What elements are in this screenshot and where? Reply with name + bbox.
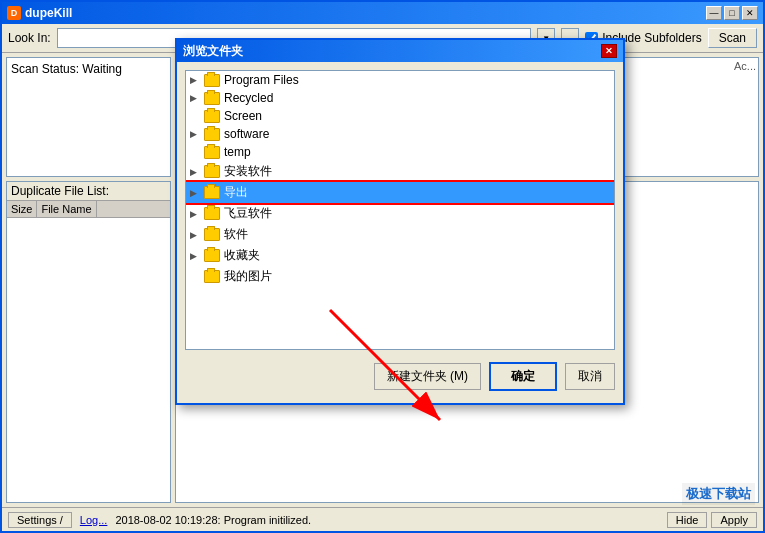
tree-item-label: 收藏夹: [224, 247, 260, 264]
ok-button[interactable]: 确定: [489, 362, 557, 391]
tree-item[interactable]: 我的图片: [186, 266, 614, 287]
dialog-title-text: 浏览文件夹: [183, 43, 243, 60]
browse-folder-dialog: 浏览文件夹 ✕ ▶Program Files▶RecycledScreen▶so…: [175, 38, 625, 405]
tree-item-label: Screen: [224, 109, 262, 123]
expand-icon: ▶: [190, 251, 204, 261]
hide-button[interactable]: Hide: [667, 512, 708, 528]
tree-item[interactable]: ▶Program Files: [186, 71, 614, 89]
tree-item-label: temp: [224, 145, 251, 159]
col-size: Size: [7, 201, 37, 217]
dialog-title-bar: 浏览文件夹 ✕: [177, 40, 623, 62]
tree-item[interactable]: ▶Recycled: [186, 89, 614, 107]
expand-icon: ▶: [190, 129, 204, 139]
folder-icon: [204, 207, 220, 220]
dialog-content: ▶Program Files▶RecycledScreen▶softwarete…: [177, 62, 623, 403]
title-bar-left: D dupeKill: [7, 6, 72, 20]
tree-item-label: software: [224, 127, 269, 141]
folder-icon: [204, 270, 220, 283]
app-title: dupeKill: [25, 6, 72, 20]
apply-button[interactable]: Apply: [711, 512, 757, 528]
maximize-button[interactable]: □: [724, 6, 740, 20]
tree-item[interactable]: ▶软件: [186, 224, 614, 245]
status-bar: Settings / Log... 2018-08-02 10:19:28: P…: [2, 507, 763, 531]
dialog-buttons: 新建文件夹 (M) 确定 取消: [185, 358, 615, 395]
status-box: Scan Status: Waiting: [6, 57, 171, 177]
tree-item-label: Program Files: [224, 73, 299, 87]
folder-icon: [204, 110, 220, 123]
tree-item-label: 软件: [224, 226, 248, 243]
expand-icon: ▶: [190, 209, 204, 219]
folder-icon: [204, 74, 220, 87]
folder-icon: [204, 146, 220, 159]
watermark: 极速下载站: [682, 483, 755, 505]
folder-icon: [204, 186, 220, 199]
folder-icon: [204, 92, 220, 105]
scan-status-label: Scan Status: Waiting: [11, 62, 166, 76]
expand-icon: ▶: [190, 188, 204, 198]
title-bar: D dupeKill — □ ✕: [2, 2, 763, 24]
file-list-box: Duplicate File List: Size File Name: [6, 181, 171, 503]
log-link[interactable]: Log...: [80, 514, 108, 526]
scan-button[interactable]: Scan: [708, 28, 757, 48]
app-icon: D: [7, 6, 21, 20]
tree-item-label: 导出: [224, 184, 248, 201]
folder-icon: [204, 128, 220, 141]
title-buttons: — □ ✕: [706, 6, 758, 20]
status-bar-right: Hide Apply: [667, 512, 757, 528]
log-text: 2018-08-02 10:19:28: Program initilized.: [115, 514, 311, 526]
tree-item-label: Recycled: [224, 91, 273, 105]
tree-item-label: 安装软件: [224, 163, 272, 180]
tree-item[interactable]: temp: [186, 143, 614, 161]
expand-icon: ▶: [190, 167, 204, 177]
expand-icon: ▶: [190, 93, 204, 103]
tree-item[interactable]: ▶安装软件: [186, 161, 614, 182]
tree-item[interactable]: ▶导出: [186, 182, 614, 203]
close-button[interactable]: ✕: [742, 6, 758, 20]
tree-item[interactable]: ▶software: [186, 125, 614, 143]
expand-icon: ▶: [190, 230, 204, 240]
settings-button[interactable]: Settings /: [8, 512, 72, 528]
tree-item[interactable]: ▶飞豆软件: [186, 203, 614, 224]
minimize-button[interactable]: —: [706, 6, 722, 20]
tree-item-label: 飞豆软件: [224, 205, 272, 222]
folder-icon: [204, 228, 220, 241]
cancel-button[interactable]: 取消: [565, 363, 615, 390]
tree-item-label: 我的图片: [224, 268, 272, 285]
expand-icon: ▶: [190, 75, 204, 85]
ac-label: Ac...: [734, 60, 756, 72]
tree-item[interactable]: Screen: [186, 107, 614, 125]
folder-tree[interactable]: ▶Program Files▶RecycledScreen▶softwarete…: [185, 70, 615, 350]
file-list-columns: Size File Name: [7, 201, 170, 218]
dialog-close-button[interactable]: ✕: [601, 44, 617, 58]
tree-item[interactable]: ▶收藏夹: [186, 245, 614, 266]
look-in-label: Look In:: [8, 31, 51, 45]
left-panel: Scan Status: Waiting Duplicate File List…: [6, 57, 171, 503]
col-filename: File Name: [37, 201, 96, 217]
new-folder-button[interactable]: 新建文件夹 (M): [374, 363, 481, 390]
file-list-header: Duplicate File List:: [7, 182, 170, 201]
folder-icon: [204, 249, 220, 262]
folder-icon: [204, 165, 220, 178]
